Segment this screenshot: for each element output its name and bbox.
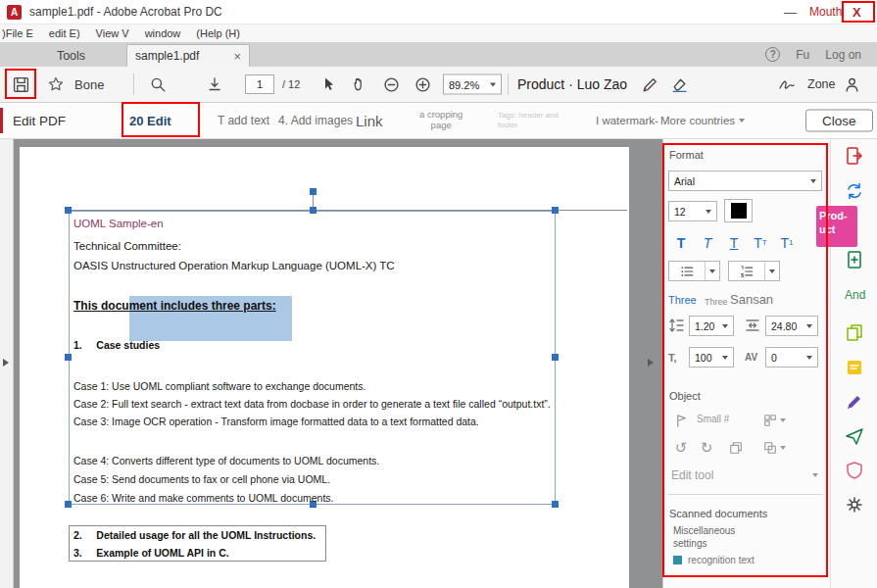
selection-handle-top-left[interactable] bbox=[65, 207, 72, 214]
edit-mode-button[interactable]: 20 Edit bbox=[129, 114, 171, 128]
doc-case-5: Case 5: Send documents to fax or cell ph… bbox=[73, 473, 330, 485]
combine-files-icon[interactable] bbox=[842, 320, 867, 346]
pen-tool-icon[interactable] bbox=[637, 72, 662, 97]
send-for-review-icon[interactable] bbox=[842, 423, 867, 449]
search-icon[interactable] bbox=[145, 72, 171, 97]
collapse-panel-arrow-icon[interactable] bbox=[648, 359, 654, 367]
minimize-button[interactable]: — bbox=[784, 5, 797, 20]
more-tools-gear-icon[interactable] bbox=[842, 492, 867, 517]
add-images-button[interactable]: 4. Add images bbox=[278, 114, 353, 127]
rotate-right-icon[interactable]: ↻ bbox=[695, 437, 718, 459]
align-objects-button[interactable] bbox=[757, 410, 791, 431]
align-label-1[interactable]: Three bbox=[668, 294, 697, 306]
person-icon[interactable] bbox=[839, 72, 864, 97]
numbered-list-button[interactable] bbox=[728, 261, 780, 281]
crop-pages-button[interactable]: a cropping page bbox=[419, 110, 463, 131]
misc-settings-line1: Miscellaneous bbox=[673, 524, 735, 537]
more-options-button[interactable]: More countries bbox=[660, 115, 745, 126]
menu-edit[interactable]: edit E) bbox=[49, 27, 80, 39]
bold-button[interactable]: T bbox=[668, 232, 694, 253]
fu-label[interactable]: Fu bbox=[796, 48, 809, 62]
selection-handle-mid-left[interactable] bbox=[65, 354, 72, 361]
comment-icon[interactable] bbox=[842, 355, 867, 380]
tab-document[interactable]: sample1.pdf × bbox=[126, 44, 250, 67]
save-icon[interactable] bbox=[8, 72, 33, 97]
help-icon[interactable]: ? bbox=[765, 47, 780, 62]
window-title: sample1.pdf - Adobe Acrobat Pro DC bbox=[29, 5, 222, 19]
header-footer-button[interactable]: Tags: header and footer bbox=[498, 111, 559, 129]
header-footer-label-2: footer bbox=[498, 121, 559, 130]
maximize-button[interactable]: Mouth bbox=[809, 5, 842, 19]
link-button[interactable]: Link bbox=[356, 113, 383, 129]
signature-icon[interactable] bbox=[774, 72, 800, 97]
pdf-page[interactable]: UOML Sample-en Technical Committee: OASI… bbox=[20, 147, 629, 588]
document-viewport[interactable]: UOML Sample-en Technical Committee: OASI… bbox=[14, 139, 662, 588]
selection-handle-bottom-left[interactable] bbox=[65, 501, 72, 508]
selection-handle-top-right[interactable] bbox=[552, 207, 559, 214]
create-pdf-icon[interactable] bbox=[842, 247, 867, 272]
more-options-label: More countries bbox=[660, 115, 735, 126]
line-spacing-value: 1.20 bbox=[695, 320, 714, 332]
select-cursor-icon[interactable] bbox=[316, 72, 341, 97]
char-spacing-select[interactable]: 24.80 bbox=[765, 316, 818, 336]
flip-object-icon[interactable] bbox=[669, 410, 693, 431]
bone-label[interactable]: Bone bbox=[74, 77, 104, 92]
superscript-button[interactable]: TT bbox=[748, 232, 773, 253]
menu-window[interactable]: window bbox=[145, 27, 181, 39]
recognition-text-item[interactable]: recognition text bbox=[673, 555, 755, 565]
fill-sign-icon[interactable] bbox=[842, 389, 867, 415]
zoom-in-icon[interactable] bbox=[410, 72, 435, 97]
miscellaneous-settings-link[interactable]: Miscellaneous settings bbox=[673, 524, 735, 550]
selection-handle-mid-right[interactable] bbox=[552, 354, 559, 361]
font-family-select[interactable]: Arial bbox=[668, 171, 822, 191]
close-window-button[interactable]: X bbox=[853, 5, 861, 20]
menu-file[interactable]: )File E bbox=[2, 27, 33, 39]
subscript-button[interactable]: T1 bbox=[774, 232, 800, 253]
chevron-down-icon bbox=[780, 418, 786, 422]
chevron-down-icon[interactable] bbox=[764, 262, 779, 280]
watermark-button[interactable]: I watermark- bbox=[596, 115, 658, 126]
chevron-down-icon bbox=[812, 473, 818, 477]
left-panel-strip[interactable] bbox=[0, 139, 14, 588]
expand-left-panel-icon[interactable] bbox=[3, 359, 9, 367]
edit-tool-select[interactable]: Edit tool bbox=[671, 468, 818, 482]
line-spacing-select[interactable]: 1.20 bbox=[689, 316, 734, 336]
selection-handle-top-float[interactable] bbox=[310, 188, 317, 195]
horizontal-scale-select[interactable]: 100 bbox=[689, 347, 734, 368]
page-number-input[interactable]: 1 bbox=[245, 74, 274, 94]
selection-handle-bottom-right[interactable] bbox=[552, 501, 559, 508]
small-object-label[interactable]: Small # bbox=[697, 414, 729, 424]
log-on-link[interactable]: Log on bbox=[825, 48, 861, 62]
page-down-icon[interactable] bbox=[202, 72, 227, 97]
add-text-button[interactable]: T add text bbox=[218, 114, 269, 127]
hand-tool-icon[interactable] bbox=[347, 72, 372, 97]
font-size-select[interactable]: 12 bbox=[668, 201, 717, 221]
export-pdf-icon[interactable] bbox=[842, 143, 867, 169]
tab-close-icon[interactable]: × bbox=[233, 50, 241, 63]
product-label[interactable]: Product · Luo Zao bbox=[517, 76, 627, 92]
menu-help[interactable]: (Help (H) bbox=[196, 27, 240, 39]
duplicate-object-icon[interactable] bbox=[724, 437, 748, 459]
close-edit-button[interactable]: Close bbox=[805, 110, 873, 132]
highlighter-icon[interactable] bbox=[666, 72, 692, 97]
kerning-select[interactable]: 0 bbox=[765, 347, 818, 368]
bullet-list-button[interactable] bbox=[668, 261, 720, 281]
align-label-3[interactable]: Sansan bbox=[730, 292, 773, 307]
arrange-objects-button[interactable] bbox=[757, 437, 791, 459]
tab-tools[interactable]: Tools bbox=[29, 45, 113, 67]
format-section-title: Format bbox=[669, 149, 704, 161]
underline-button[interactable]: T bbox=[721, 232, 747, 253]
chevron-down-icon[interactable] bbox=[705, 262, 719, 280]
selection-handle-top-center[interactable] bbox=[310, 207, 317, 214]
star-icon[interactable] bbox=[43, 72, 69, 97]
font-color-swatch[interactable] bbox=[724, 199, 753, 222]
italic-button[interactable]: T bbox=[695, 232, 720, 253]
menu-view[interactable]: View V bbox=[96, 27, 129, 39]
zoom-level-select[interactable]: 89.2% bbox=[443, 74, 502, 95]
convert-pdf-icon[interactable] bbox=[842, 178, 867, 204]
zone-label[interactable]: Zone bbox=[807, 77, 836, 91]
zoom-out-icon[interactable] bbox=[378, 72, 404, 97]
rotate-left-icon[interactable]: ↺ bbox=[669, 437, 693, 459]
align-label-2[interactable]: Three bbox=[705, 297, 728, 307]
protect-icon[interactable] bbox=[842, 458, 867, 483]
